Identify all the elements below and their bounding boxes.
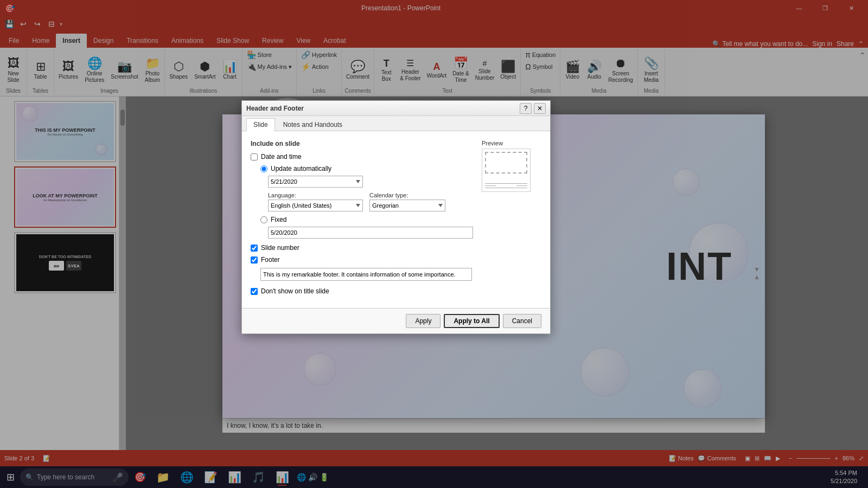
preview-bottom-line-1 xyxy=(485,188,527,188)
date-time-label: Date and time xyxy=(261,153,302,160)
language-select[interactable]: English (United States) xyxy=(268,200,363,211)
language-label: Language: xyxy=(268,192,363,198)
date-dropdown-row: 5/21/2020 xyxy=(268,176,473,188)
footer-input-row xyxy=(260,268,473,281)
dialog-tabs: Slide Notes and Handouts xyxy=(242,116,550,131)
footer-text-input[interactable] xyxy=(260,268,472,281)
dialog-content: Include on slide Date and time Update au… xyxy=(242,131,550,308)
dialog-title: Header and Footer xyxy=(246,105,304,112)
dialog-title-bar: Header and Footer ? ✕ xyxy=(242,101,550,116)
fixed-input-row xyxy=(268,227,473,239)
apply-to-all-button[interactable]: Apply to All xyxy=(444,314,499,328)
preview-bottom-left xyxy=(485,185,496,186)
date-select[interactable]: 5/21/2020 xyxy=(268,176,363,188)
calendar-type-group: Calendar type: Gregorian xyxy=(369,192,445,211)
dont-show-row: Don't show on title slide xyxy=(251,287,473,295)
language-group: Language: English (United States) xyxy=(268,192,363,211)
cancel-button[interactable]: Cancel xyxy=(503,314,541,328)
preview-bottom-line-2 xyxy=(485,183,527,184)
preview-section: Preview xyxy=(482,140,541,299)
date-time-row: Date and time xyxy=(251,153,473,160)
update-auto-row: Update automatically xyxy=(260,165,473,172)
preview-top-area xyxy=(485,152,527,174)
lang-calendar-row: Language: English (United States) Calend… xyxy=(268,192,473,211)
slide-number-checkbox-row: Slide number xyxy=(251,244,473,252)
update-auto-radio[interactable] xyxy=(260,165,267,172)
slide-number-checkbox-label: Slide number xyxy=(261,244,299,252)
slide-number-checkbox[interactable] xyxy=(251,245,258,252)
dialog-close-button[interactable]: ✕ xyxy=(534,103,546,114)
dialog-help-button[interactable]: ? xyxy=(520,103,532,114)
footer-checkbox[interactable] xyxy=(251,256,258,264)
fixed-date-input[interactable] xyxy=(268,227,473,239)
calendar-type-select[interactable]: Gregorian xyxy=(369,200,445,211)
footer-checkbox-row: Footer xyxy=(251,256,473,264)
fixed-radio[interactable] xyxy=(260,216,267,223)
dialog-controls: ? ✕ xyxy=(520,103,546,114)
dont-show-title-label: Don't show on title slide xyxy=(261,287,329,295)
update-auto-label: Update automatically xyxy=(271,165,331,172)
date-time-checkbox[interactable] xyxy=(251,153,258,160)
preview-box xyxy=(482,149,531,192)
fixed-row: Fixed xyxy=(260,216,473,223)
dialog-overlay: Header and Footer ? ✕ Slide Notes and Ha… xyxy=(0,0,868,488)
tab-notes-handouts[interactable]: Notes and Handouts xyxy=(276,118,349,131)
dont-show-title-checkbox[interactable] xyxy=(251,288,258,295)
preview-bottom-right xyxy=(516,185,527,186)
preview-title: Preview xyxy=(482,140,541,146)
tab-slide[interactable]: Slide xyxy=(246,118,275,131)
dialog-footer: Apply Apply to All Cancel xyxy=(242,308,550,333)
fixed-label: Fixed xyxy=(271,216,286,223)
calendar-type-label: Calendar type: xyxy=(369,192,445,198)
footer-checkbox-label: Footer xyxy=(261,256,280,264)
header-footer-dialog: Header and Footer ? ✕ Slide Notes and Ha… xyxy=(241,100,551,334)
apply-button[interactable]: Apply xyxy=(406,314,441,328)
include-on-slide-title: Include on slide xyxy=(251,140,473,147)
